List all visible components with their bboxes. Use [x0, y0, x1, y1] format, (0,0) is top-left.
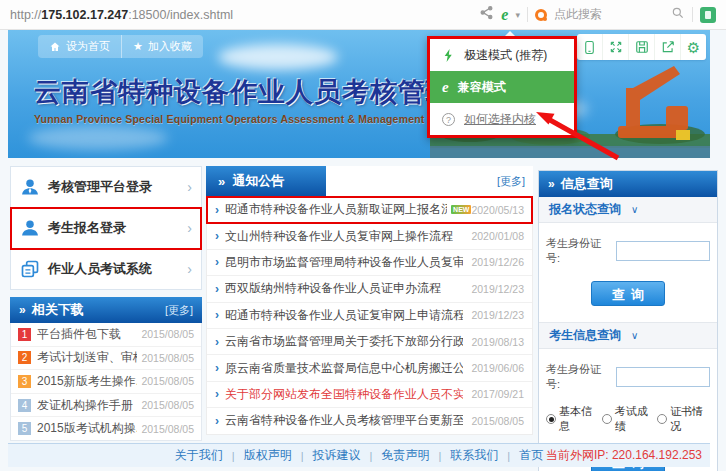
footer-separator: |	[232, 450, 235, 462]
candidate-user-icon	[20, 218, 40, 238]
question-icon: ?	[442, 113, 455, 126]
page-footer: 关于我们| 版权声明| 投诉建议| 免责声明| 联系我们| 首页 当前外网IP:…	[8, 443, 710, 467]
download-date: 2015/08/05	[141, 352, 194, 364]
section-title: 报名状态查询	[549, 201, 621, 218]
new-badge: NEW	[451, 205, 471, 214]
downloads-header: » 相关下载 [更多]	[10, 297, 202, 323]
manager-user-icon	[20, 177, 40, 197]
query-panel-header: » 信息查询	[539, 171, 717, 197]
chevron-right-icon: ›	[215, 255, 219, 269]
radio-basic-info[interactable]: 基本信息	[546, 404, 595, 434]
search-icon[interactable]	[671, 6, 685, 24]
notice-item[interactable]: › 原云南省质量技术监督局信息中心机房搬迁公告 2019/06/06	[207, 355, 532, 381]
download-title: 2015新版考生操作...	[37, 373, 137, 390]
share-icon[interactable]	[479, 5, 494, 24]
ie-mode-icon: e	[442, 80, 449, 95]
download-title: 平台插件包下载	[37, 326, 137, 343]
sidebar-item-admin-login[interactable]: 考核管理平台登录 ›	[11, 167, 201, 208]
footer-separator: |	[507, 450, 510, 462]
notice-item[interactable]: › 西双版纳州特种设备作业人员证申办流程 2019/12/23	[207, 276, 532, 302]
registration-status-form: 考生身份证号: 查询	[539, 223, 717, 323]
id-number-input[interactable]	[616, 241, 710, 261]
notice-item[interactable]: › 关于部分网站发布全国特种设备作业人员不实信息... 2017/09/21	[207, 382, 532, 408]
settings-gear-icon[interactable]: ⚙	[680, 34, 706, 60]
download-date: 2015/08/05	[141, 375, 194, 387]
menu-item-speed-mode[interactable]: 极速模式 (推荐)	[430, 39, 574, 71]
kernel-chevron-down-icon[interactable]: ▾	[515, 10, 520, 20]
login-menu: 考核管理平台登录 › 考生报名登录 › 作业人员考试系统 ›	[10, 166, 202, 290]
registration-status-section-header[interactable]: 报名状态查询 ∨	[539, 197, 717, 223]
menu-item-label: 极速模式 (推荐)	[464, 47, 547, 64]
chevron-right-icon: ›	[187, 179, 192, 195]
mobile-icon[interactable]	[577, 34, 602, 60]
radio-certificate-status[interactable]: 证书情况	[657, 404, 706, 434]
ie-kernel-icon[interactable]: e	[501, 7, 508, 23]
browser-app-icon[interactable]	[700, 7, 716, 23]
downloads-title: 相关下载	[32, 301, 165, 319]
add-favorite-link[interactable]: ★ 加入收藏	[121, 35, 203, 58]
radio-label: 考试成绩	[615, 404, 651, 434]
chevron-right-icon: ›	[187, 261, 192, 277]
rank-badge: 2	[18, 351, 31, 364]
notice-item[interactable]: › 文山州特种设备作业人员复审网上操作流程 2020/01/08	[207, 223, 532, 249]
query-button[interactable]: 查询	[591, 281, 665, 306]
downloads-list: 1 平台插件包下载 2015/08/05 2 考试计划送审、审核 ... 201…	[10, 323, 202, 441]
notice-date: 2019/08/13	[471, 336, 524, 348]
share-export-icon[interactable]	[654, 34, 680, 60]
download-item[interactable]: 5 2015版考试机构操... 2015/08/05	[11, 417, 201, 440]
downloads-more-link[interactable]: [更多]	[165, 303, 193, 318]
browser-address-bar: http://175.102.17.247:18500/index.shtml …	[0, 0, 726, 30]
query-panel: » 信息查询 报名状态查询 ∨ 考生身份证号: 查询 考生信息查询 ∨	[538, 170, 718, 471]
chevron-down-icon: ∨	[631, 204, 638, 215]
footer-link-complaint[interactable]: 投诉建议	[313, 447, 361, 464]
footer-link-contact[interactable]: 联系我们	[450, 447, 498, 464]
set-homepage-link[interactable]: 设为首页	[38, 35, 121, 58]
cloud-decoration	[218, 44, 338, 70]
download-item[interactable]: 2 考试计划送审、审核 ... 2015/08/05	[11, 347, 201, 371]
screen: http://175.102.17.247:18500/index.shtml …	[0, 0, 726, 471]
url-text[interactable]: http://175.102.17.247:18500/index.shtml	[10, 8, 233, 22]
notice-title: 文山州特种设备作业人员复审网上操作流程	[225, 228, 453, 245]
rank-badge: 4	[18, 399, 31, 412]
notice-date: 2019/06/06	[471, 362, 524, 374]
footer-link-about[interactable]: 关于我们	[175, 447, 223, 464]
download-item[interactable]: 4 发证机构操作手册 2015/08/05	[11, 394, 201, 418]
footer-link-home[interactable]: 首页	[519, 447, 543, 464]
chevron-right-icon: ›	[187, 220, 192, 236]
external-ip-text: 当前外网IP: 220.164.192.253	[546, 447, 702, 464]
menu-item-label: 兼容模式	[458, 79, 506, 96]
download-item[interactable]: 3 2015新版考生操作... 2015/08/05	[11, 370, 201, 394]
home-icon	[49, 41, 61, 53]
notice-title: 昭通市特种设备作业人员新取证网上报名流程	[225, 201, 447, 218]
notices-title: 通知公告	[232, 172, 284, 190]
sidebar-item-candidate-login[interactable]: 考生报名登录 ›	[11, 208, 201, 249]
notice-item[interactable]: › 云南省特种设备作业人员考核管理平台更新至20... 2015/08/05	[207, 408, 532, 433]
radio-exam-score[interactable]: 考试成绩	[602, 404, 651, 434]
divider	[692, 7, 693, 22]
candidate-info-section-header[interactable]: 考生信息查询 ∨	[539, 323, 717, 349]
id-number-label: 考生身份证号:	[546, 236, 612, 266]
notice-item[interactable]: › 昭通市特种设备作业人员新取证网上报名流程 NEW 2020/05/13	[207, 197, 532, 223]
notice-date: 2019/12/23	[471, 309, 524, 321]
footer-separator: |	[438, 450, 441, 462]
fullscreen-icon[interactable]	[602, 34, 628, 60]
notices-list: › 昭通市特种设备作业人员新取证网上报名流程 NEW 2020/05/13 › …	[206, 197, 533, 435]
notices-more-link[interactable]: [更多]	[497, 174, 533, 189]
set-homepage-label: 设为首页	[66, 39, 110, 54]
footer-link-disclaimer[interactable]: 免责声明	[381, 447, 429, 464]
notice-item[interactable]: › 昭通市特种设备作业人员证复审网上申请流程及相... 2019/12/23	[207, 303, 532, 329]
sidebar-item-label: 考核管理平台登录	[48, 178, 187, 196]
search-engine-logo-icon	[535, 9, 547, 21]
save-icon[interactable]	[628, 34, 654, 60]
download-item[interactable]: 1 平台插件包下载 2015/08/05	[11, 323, 201, 347]
footer-link-copyright[interactable]: 版权声明	[244, 447, 292, 464]
notices-tab[interactable]: » 通知公告	[206, 166, 326, 196]
id-number-input[interactable]	[616, 367, 710, 387]
notice-item[interactable]: › 云南省市场监督管理局关于委托下放部分行政许可... 2019/08/13	[207, 329, 532, 355]
download-date: 2015/08/05	[141, 328, 194, 340]
double-arrow-icon: »	[218, 174, 225, 189]
sidebar-item-exam-system[interactable]: 作业人员考试系统 ›	[11, 249, 201, 289]
radio-label: 基本信息	[559, 404, 595, 434]
notice-item[interactable]: › 昆明市市场监督管理局特种设备作业人员复审流程... 2019/12/26	[207, 250, 532, 276]
browser-search-input[interactable]: 点此搜索	[554, 6, 664, 23]
